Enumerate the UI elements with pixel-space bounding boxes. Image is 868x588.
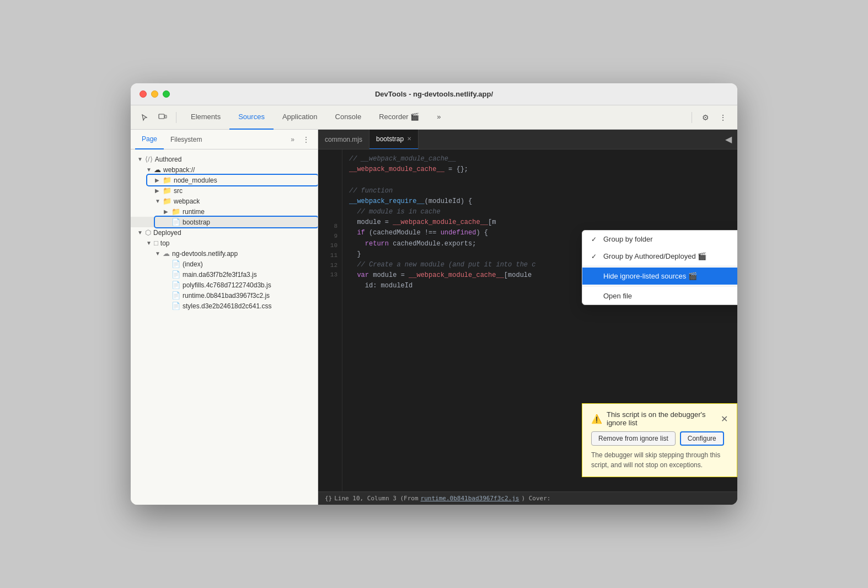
tab-recorder[interactable]: Recorder 🎬 [370,105,428,130]
toolbar-divider-2 [692,112,692,123]
ignore-banner-header: ⚠️ This script is on the debugger's igno… [591,410,728,427]
code-tab-back-icon[interactable]: ◀ [720,134,737,145]
sidebar-tab-filesystem[interactable]: Filesystem [164,130,208,149]
sidebar: Page Filesystem » ⋮ ▼ ⟨/⟩ Authored [131,130,318,505]
tab-sources[interactable]: Sources [229,105,274,130]
tree-deployed[interactable]: ▼ ⬡ Deployed [131,227,318,238]
svg-rect-0 [159,114,164,119]
file-tree: ▼ ⟨/⟩ Authored ▼ ☁ webpack:// ▶ 📁 [131,149,318,505]
menu-group-by-folder[interactable]: ✓ Group by folder [582,231,737,248]
ignore-banner-description: The debugger will skip stepping through … [591,450,728,470]
tree-runtime-js[interactable]: ▶ 📄 runtime.0b841bad3967f3c2.js [131,290,318,301]
menu-open-file[interactable]: Open file ⌘ P [582,287,737,304]
code-tab-close-icon[interactable]: ✕ [407,136,411,142]
checkmark-hide-ignore [591,272,600,280]
code-tab-bootstrap[interactable]: bootstrap ✕ [369,130,419,149]
sidebar-tab-bar: Page Filesystem » ⋮ [131,130,318,149]
tree-authored[interactable]: ▼ ⟨/⟩ Authored [131,154,318,164]
toolbar: Elements Sources Application Console Rec… [131,105,737,130]
main-content: Page Filesystem » ⋮ ▼ ⟨/⟩ Authored [131,130,737,505]
devtools-window: DevTools - ng-devtools.netlify.app/ Elem… [131,83,737,505]
more-icon[interactable]: ⋮ [715,110,731,125]
menu-separator [582,266,737,266]
tree-top[interactable]: ▼ □ top [131,238,318,248]
tree-runtime[interactable]: ▶ 📁 runtime [131,206,318,217]
status-runtime-link[interactable]: runtime.0b841bad3967f3c2.js [421,495,519,502]
ignore-banner-title: This script is on the debugger's ignore … [607,410,716,427]
status-text-2: ) Cover: [521,495,550,502]
toolbar-divider-1 [176,112,176,123]
tab-console[interactable]: Console [326,105,371,130]
status-bar: {} Line 10, Column 3 (From runtime.0b841… [318,491,737,505]
tree-bootstrap[interactable]: ▶ 📄 bootstrap [131,217,318,227]
sidebar-tab-page[interactable]: Page [135,130,164,149]
title-bar: DevTools - ng-devtools.netlify.app/ [131,83,737,105]
window-title: DevTools - ng-devtools.netlify.app/ [375,90,493,98]
tree-polyfills-js[interactable]: ▶ 📄 polyfills.4c768d7122740d3b.js [131,280,318,290]
checkmark-group-authored: ✓ [591,253,600,260]
ignore-banner-close-button[interactable]: ✕ [721,414,728,424]
ignore-banner-buttons: Remove from ignore list Configure [591,431,728,446]
svg-rect-1 [165,115,167,118]
device-icon[interactable] [155,110,170,125]
ignore-banner: ⚠️ This script is on the debugger's igno… [582,403,737,477]
remove-from-ignore-list-button[interactable]: Remove from ignore list [591,431,676,446]
code-tab-common[interactable]: common.mjs [318,130,369,149]
tab-elements[interactable]: Elements [182,105,229,130]
tree-styles-css[interactable]: ▶ 📄 styles.d3e2b24618d2c641.css [131,301,318,311]
close-button[interactable] [140,90,147,98]
cursor-icon[interactable] [137,110,153,125]
code-tabs: common.mjs bootstrap ✕ ◀ [318,130,737,149]
menu-group-by-authored[interactable]: ✓ Group by Authored/Deployed 🎬 [582,248,737,265]
tree-main-js[interactable]: ▶ 📄 main.da63f7b2fe3f1fa3.js [131,269,318,280]
settings-icon[interactable]: ⚙ [698,110,713,125]
tab-more[interactable]: » [428,105,449,130]
tree-netlify-app[interactable]: ▼ ☁ ng-devtools.netlify.app [131,248,318,259]
line-numbers: 8 9 10 11 12 13 [318,149,342,491]
tree-src[interactable]: ▶ 📁 src [131,185,318,196]
code-area: common.mjs bootstrap ✕ ◀ [318,130,737,505]
configure-button[interactable]: Configure [680,431,724,446]
tree-node-modules[interactable]: ▶ 📁 node_modules [131,175,318,185]
tab-bar: Elements Sources Application Console Rec… [182,105,686,130]
context-menu: ✓ Group by folder ✓ Group by Authored/De… [582,230,737,305]
maximize-button[interactable] [163,90,170,98]
sidebar-more[interactable]: » [288,136,297,143]
tree-index[interactable]: ▶ 📄 (index) [131,259,318,269]
tab-application[interactable]: Application [274,105,326,130]
warning-icon: ⚠️ [591,414,602,424]
sidebar-kebab[interactable]: ⋮ [299,134,313,145]
minimize-button[interactable] [151,90,158,98]
checkmark-open-file [591,292,600,300]
traffic-lights [140,90,170,98]
tree-webpack-folder[interactable]: ▼ 📁 webpack [131,196,318,206]
tree-webpack-root[interactable]: ▼ ☁ webpack:// [131,164,318,175]
menu-hide-ignore-listed[interactable]: Hide ignore-listed sources 🎬 [582,268,737,285]
checkmark-group-folder: ✓ [591,236,600,243]
status-text: Line 10, Column 3 (From [334,495,418,502]
status-format-icon[interactable]: {} [325,495,332,502]
menu-separator-2 [582,286,737,286]
